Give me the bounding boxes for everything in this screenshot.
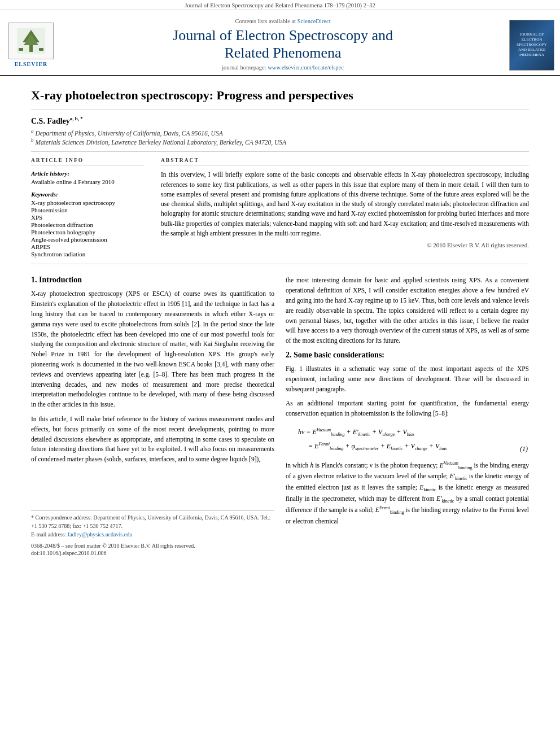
article-info-column: ARTICLE INFO Article history: Available …: [31, 158, 144, 258]
section2-para1: Fig. 1 illustrates in a schematic way so…: [286, 364, 529, 394]
body-columns: 1. Introduction X-ray photoelectron spec…: [31, 276, 529, 556]
keyword-item: Angle-resolved photoemission: [31, 236, 144, 243]
keyword-item: Photoelectron holography: [31, 229, 144, 235]
section2-para2: As an additional important starting poin…: [286, 399, 529, 419]
journal-homepage-link[interactable]: www.elsevier.com/locate/elspec: [268, 64, 344, 71]
author-line: C.S. Fadleya, b, *: [31, 116, 529, 126]
author-name: C.S. Fadley: [31, 117, 70, 125]
section2-heading: 2. Some basic considerations:: [286, 351, 529, 360]
copyright-line: © 2010 Elsevier B.V. All rights reserved…: [161, 242, 529, 248]
keyword-item: ARPES: [31, 243, 144, 250]
section2-para3: in which h is Planck's constant; ν is th…: [286, 460, 529, 527]
sciencedirect-notice: Contents lists available at ScienceDirec…: [68, 18, 498, 24]
intro-continued: the most interesting domain for basic an…: [286, 276, 529, 346]
affiliation-b: b Materials Sciences Division, Lawrence …: [31, 137, 529, 146]
abstract-label: ABSTRACT: [161, 158, 529, 165]
intro-para-1: X-ray photoelectron spectroscopy (XPS or…: [31, 289, 274, 410]
body-divider: [31, 264, 529, 264]
journal-header-center: Contents lists available at ScienceDirec…: [62, 15, 504, 75]
body-right-column: the most interesting domain for basic an…: [286, 276, 529, 556]
svg-rect-4: [19, 48, 23, 51]
author-superscript: a, b, *: [70, 116, 83, 121]
email-link[interactable]: fadley@physics.ucdavis.edu: [68, 531, 132, 538]
journal-cover-thumbnail: JOURNAL OF ELECTRON SPECTROSCOPY AND REL…: [509, 20, 554, 71]
equation-number: (1): [511, 440, 528, 453]
svg-rect-1: [29, 45, 33, 52]
journal-header-left: ELSEVIER: [0, 15, 62, 75]
keywords-list: X-ray photoelectron spectroscopyPhotoemi…: [31, 199, 144, 257]
article-history-label: Article history:: [31, 170, 144, 177]
article-meta-row: ARTICLE INFO Article history: Available …: [31, 158, 529, 258]
article-title: X-ray photoelectron spectroscopy: Progre…: [31, 88, 529, 110]
article-info-label: ARTICLE INFO: [31, 158, 144, 165]
journal-title: Journal of Electron Spectroscopy and Rel…: [68, 27, 498, 62]
journal-citation: Journal of Electron Spectroscopy and Rel…: [185, 2, 375, 8]
journal-homepage: journal homepage: www.elsevier.com/locat…: [68, 64, 498, 71]
article-content: X-ray photoelectron spectroscopy: Progre…: [0, 76, 560, 567]
footer-doi: doi:10.1016/j.elspec.2010.01.006: [31, 550, 274, 556]
elsevier-logo: ELSEVIER: [8, 23, 54, 67]
intro-para-2: In this article, I will make brief refer…: [31, 414, 274, 465]
equation-table: hν = EVacuumbinding + E′kinetic + Vcharg…: [297, 425, 529, 455]
keyword-item: Photoelectron diffraction: [31, 221, 144, 228]
abstract-text: In this overview, I will briefly explore…: [161, 170, 529, 238]
keyword-item: Photoemission: [31, 207, 144, 213]
sciencedirect-link[interactable]: ScienceDirect: [298, 18, 331, 24]
footnotes-area: * Correspondence address: Department of …: [31, 510, 274, 556]
intro-heading: 1. Introduction: [31, 276, 274, 285]
keyword-item: X-ray photoelectron spectroscopy: [31, 199, 144, 206]
equation-line2: = EFermibinding + φspectrometer + Ekinet…: [298, 440, 510, 453]
body-left-column: 1. Introduction X-ray photoelectron spec…: [31, 276, 274, 556]
journal-header: ELSEVIER Contents lists available at Sci…: [0, 10, 560, 76]
keywords-label: Keywords:: [31, 191, 144, 198]
elsevier-label: ELSEVIER: [15, 61, 48, 67]
affiliation-a: a Department of Physics, University of C…: [31, 128, 529, 137]
elsevier-logo-box: [8, 23, 54, 59]
svg-rect-5: [39, 48, 43, 51]
article-abstract-column: ABSTRACT In this overview, I will briefl…: [161, 158, 529, 258]
available-online: Available online 4 February 2010: [31, 178, 144, 185]
equation-number-cell: [511, 426, 528, 439]
equation-block: hν = EVacuumbinding + E′kinetic + Vcharg…: [297, 425, 529, 455]
top-bar: Journal of Electron Spectroscopy and Rel…: [0, 0, 560, 10]
divider: [31, 151, 529, 152]
keyword-item: XPS: [31, 214, 144, 221]
footer-issn: 0368-2048/$ – see front matter © 2010 El…: [31, 541, 274, 550]
equation-line1: hν = EVacuumbinding + E′kinetic + Vcharg…: [298, 426, 510, 439]
keyword-item: Synchrotron radiation: [31, 251, 144, 257]
journal-header-right: JOURNAL OF ELECTRON SPECTROSCOPY AND REL…: [504, 15, 560, 75]
correspondence-note: * Correspondence address: Department of …: [31, 513, 274, 539]
